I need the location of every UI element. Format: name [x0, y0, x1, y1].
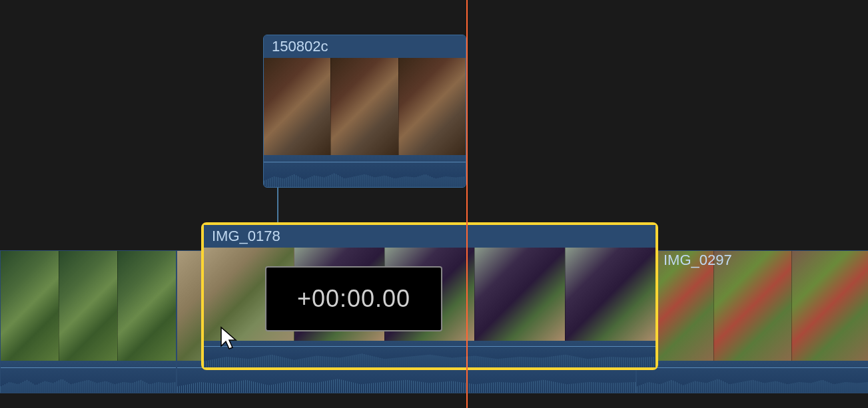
audio-waveform[interactable] [637, 361, 868, 393]
audio-waveform[interactable] [204, 341, 655, 367]
connected-clip[interactable]: 150802c [263, 35, 466, 188]
clip-header: 150802c [264, 35, 466, 58]
primary-clip-left[interactable] [0, 250, 177, 393]
clip-header: IMG_0178 [204, 225, 655, 248]
timecode-value: +00:00.00 [297, 285, 410, 313]
timecode-overlay: +00:00.00 [265, 266, 442, 331]
thumbnail [566, 248, 655, 341]
thumbnail [59, 251, 118, 361]
audio-waveform[interactable] [1, 361, 176, 393]
thumbnail [1, 251, 59, 361]
clip-thumbnails [1, 251, 176, 361]
audio-waveform[interactable] [264, 155, 466, 187]
thumbnail [475, 248, 566, 341]
clip-thumbnails [264, 58, 466, 155]
thumbnail [331, 58, 398, 155]
clip-label: IMG_0297 [663, 252, 732, 269]
primary-clip-right[interactable] [636, 250, 868, 393]
clip-label: 150802c [272, 38, 328, 55]
thumbnail [399, 58, 466, 155]
clip-label: IMG_0178 [212, 228, 280, 245]
clip-connection-line [277, 188, 278, 228]
thumbnail [118, 251, 176, 361]
timeline[interactable]: 150802c [0, 0, 868, 408]
thumbnail [264, 58, 331, 155]
thumbnail [792, 251, 868, 361]
